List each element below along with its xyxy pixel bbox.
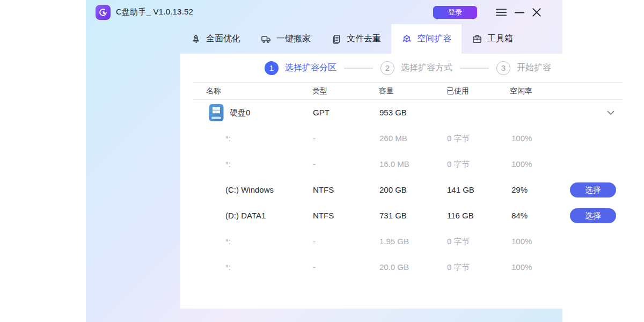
menu-icon[interactable] [495, 8, 507, 17]
partition-row: *:-16.0 MB0 字节100% [180, 151, 635, 177]
cell-type: - [313, 229, 316, 254]
cell-capacity: 953 GB [379, 100, 407, 126]
partition-row: *:-1.95 GB0 字节100% [180, 229, 635, 254]
cell-type: GPT [313, 100, 330, 126]
partition-row: (D:) DATA1NTFS731 GB116 GB84%选择 [180, 203, 635, 229]
step-label: 选择扩容分区 [285, 62, 336, 74]
step-label: 开始扩容 [517, 62, 551, 74]
column-header: 类型 [312, 83, 327, 99]
cell-free-rate: 84% [511, 203, 528, 229]
column-header: 空闲率 [510, 83, 532, 99]
cell-free-rate: 100% [511, 254, 532, 280]
cell-capacity: 200 GB [379, 177, 407, 203]
title-bar: C盘助手_ V1.0.13.52 登录 [86, 0, 562, 24]
app-title: C盘助手_ V1.0.13.52 [116, 7, 193, 17]
cell-used: 0 字节 [447, 126, 470, 151]
minimize-icon[interactable] [515, 8, 524, 17]
hard-drive-icon [208, 104, 224, 122]
step-number-badge: 1 [265, 61, 279, 75]
column-header: 名称 [206, 83, 221, 99]
step-1: 1选择扩容分区 [265, 61, 336, 75]
cell-capacity: 16.0 MB [379, 151, 409, 177]
partition-name: *: [225, 126, 231, 151]
cell-used: 141 GB [447, 177, 474, 203]
cell-used: 0 字节 [447, 151, 470, 177]
content-card: 1选择扩容分区2选择扩容方式3开始扩容 名称类型容量已使用空闲率 硬盘0GPT9… [180, 54, 635, 309]
tab-toolbox[interactable]: 工具箱 [462, 24, 523, 54]
cell-capacity: 260 MB [379, 126, 407, 151]
tab-expand[interactable]: 空间扩容 [391, 24, 462, 54]
stepper-connector [460, 68, 489, 69]
cell-used: 0 字节 [447, 229, 470, 254]
step-number-badge: 2 [380, 61, 394, 75]
cell-type: - [313, 126, 316, 151]
disk-row: 硬盘0GPT953 GB [180, 100, 635, 126]
tab-move[interactable]: 一键搬家 [251, 24, 321, 54]
wizard-stepper: 1选择扩容分区2选择扩容方式3开始扩容 [180, 54, 635, 82]
cell-free-rate: 100% [511, 126, 532, 151]
app-window: C盘助手_ V1.0.13.52 登录 全面优化一键搬家文件去重空间扩容工具箱 … [86, 0, 562, 322]
document-icon [331, 34, 342, 45]
cell-free-rate: 100% [511, 151, 532, 177]
app-logo-icon [96, 5, 111, 20]
column-header: 已使用 [447, 83, 469, 99]
select-partition-button[interactable]: 选择 [570, 182, 616, 197]
cell-free-rate: 100% [511, 229, 532, 254]
cell-type: - [313, 151, 316, 177]
cell-type: - [313, 254, 316, 280]
tab-dedupe[interactable]: 文件去重 [321, 24, 391, 54]
login-button[interactable]: 登录 [433, 6, 477, 19]
cell-capacity: 20.0 GB [379, 254, 409, 280]
column-header: 容量 [379, 83, 394, 99]
cell-used: 116 GB [447, 203, 474, 229]
chevron-down-icon[interactable] [607, 111, 614, 115]
partition-name: (C:) Windows [225, 177, 274, 203]
partition-name: *: [225, 151, 231, 177]
cell-capacity: 1.95 GB [379, 229, 409, 254]
partition-name: (D:) DATA1 [225, 203, 266, 229]
step-number-badge: 3 [496, 61, 510, 75]
tab-optimize[interactable]: 全面优化 [180, 24, 251, 54]
partition-name: *: [225, 229, 231, 254]
table-body: 硬盘0GPT953 GB*:-260 MB0 字节100%*:-16.0 MB0… [180, 100, 635, 280]
cell-free-rate: 29% [511, 177, 528, 203]
partition-row: *:-20.0 GB0 字节100% [180, 254, 635, 280]
stepper-connector [344, 68, 373, 69]
tab-bar: 全面优化一键搬家文件去重空间扩容工具箱 [180, 24, 523, 54]
cell-type: NTFS [313, 177, 334, 203]
disk-name: 硬盘0 [230, 100, 250, 126]
tab-label: 一键搬家 [276, 33, 311, 45]
cube-icon [401, 34, 412, 45]
step-3: 3开始扩容 [496, 61, 551, 75]
cell-capacity: 731 GB [379, 203, 407, 229]
cell-used: 0 字节 [447, 254, 470, 280]
partition-row: *:-260 MB0 字节100% [180, 126, 635, 151]
tab-label: 空间扩容 [417, 33, 451, 45]
close-icon[interactable] [531, 7, 542, 18]
tab-label: 文件去重 [347, 33, 381, 45]
partition-row: (C:) WindowsNTFS200 GB141 GB29%选择 [180, 177, 635, 203]
tab-label: 全面优化 [206, 33, 240, 45]
cell-type: NTFS [313, 203, 334, 229]
toolbox-icon [472, 34, 482, 45]
partition-name: *: [225, 254, 231, 280]
step-label: 选择扩容方式 [401, 62, 452, 74]
tab-label: 工具箱 [487, 33, 513, 45]
truck-icon [261, 34, 272, 45]
table-header-row: 名称类型容量已使用空闲率 [180, 83, 635, 99]
select-partition-button[interactable]: 选择 [570, 208, 616, 223]
step-2: 2选择扩容方式 [380, 61, 452, 75]
rocket-icon [191, 34, 201, 45]
